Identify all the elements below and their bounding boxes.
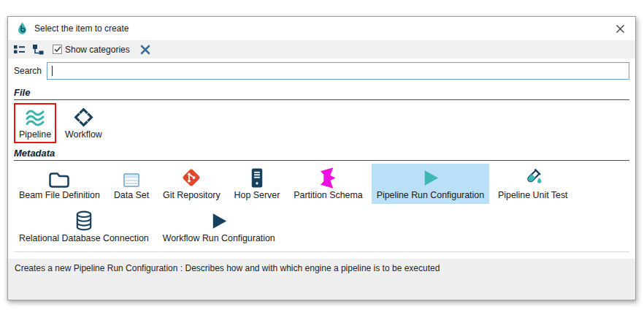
item-label: Workflow Run Configuration	[163, 233, 275, 244]
file-items-row: Pipeline Workflow	[14, 103, 629, 143]
test-tube-icon	[522, 167, 544, 189]
item-relational-database-connection[interactable]: Relational Database Connection	[14, 207, 154, 247]
item-label: Pipeline Run Configuration	[377, 190, 484, 201]
dialog-titlebar: Select the item to create	[8, 17, 635, 40]
item-workflow[interactable]: Workflow	[60, 103, 107, 143]
item-partition-schema[interactable]: Partition Schema	[288, 164, 367, 204]
close-icon[interactable]	[614, 23, 626, 35]
item-label: Relational Database Connection	[19, 233, 149, 244]
create-item-dialog: Select the item to create	[7, 16, 636, 300]
search-input[interactable]	[47, 63, 629, 79]
item-label: Beam File Definition	[19, 190, 100, 201]
status-bar: Creates a new Pipeline Run Configuration…	[8, 259, 635, 300]
folder-icon	[48, 167, 70, 189]
item-hop-server[interactable]: Hop Server	[229, 164, 285, 204]
play-teal-icon	[420, 167, 441, 189]
hop-logo-icon	[17, 21, 28, 36]
item-label: Git Repository	[163, 190, 221, 201]
data-set-icon	[123, 167, 140, 189]
item-label: Pipeline	[19, 129, 51, 140]
checkbox-checked-icon	[53, 45, 62, 54]
search-label: Search	[14, 66, 42, 76]
item-label: Partition Schema	[294, 190, 362, 201]
item-label: Pipeline Unit Test	[498, 190, 568, 201]
search-row: Search	[14, 62, 629, 80]
flat-view-icon[interactable]	[13, 44, 26, 55]
item-git-repository[interactable]: Git Repository	[158, 164, 226, 204]
section-heading-file: File	[14, 87, 629, 100]
show-categories-label: Show categories	[65, 45, 130, 55]
dialog-title: Select the item to create	[34, 23, 129, 34]
item-data-set[interactable]: Data Set	[109, 164, 154, 204]
item-beam-file-definition[interactable]: Beam File Definition	[14, 164, 105, 204]
item-pipeline-unit-test[interactable]: Pipeline Unit Test	[493, 164, 573, 204]
item-label: Workflow	[65, 129, 102, 140]
git-icon	[180, 167, 202, 189]
clear-filter-icon[interactable]	[139, 44, 151, 56]
database-icon	[74, 210, 93, 232]
item-pipeline[interactable]: Pipeline	[14, 103, 56, 143]
section-heading-metadata: Metadata	[14, 148, 629, 161]
server-icon	[250, 167, 264, 189]
item-label: Data Set	[114, 190, 149, 201]
search-box	[47, 62, 629, 80]
items-separator	[14, 251, 629, 252]
workflow-icon	[73, 106, 94, 128]
view-toolbar: Show categories	[8, 40, 635, 58]
partition-icon	[320, 167, 336, 189]
text-caret	[52, 66, 53, 76]
item-workflow-run-configuration[interactable]: Workflow Run Configuration	[158, 207, 280, 247]
play-navy-icon	[208, 210, 229, 232]
show-categories-checkbox[interactable]: Show categories	[53, 45, 130, 55]
tree-view-icon[interactable]	[32, 44, 45, 55]
status-text: Creates a new Pipeline Run Configuration…	[15, 263, 440, 273]
metadata-items-row-2: Relational Database Connection Workflow …	[14, 207, 629, 247]
pipeline-icon	[23, 106, 47, 128]
item-label: Hop Server	[234, 190, 280, 201]
metadata-items-row-1: Beam File Definition Data Set	[14, 164, 629, 204]
item-pipeline-run-configuration[interactable]: Pipeline Run Configuration	[372, 164, 489, 204]
